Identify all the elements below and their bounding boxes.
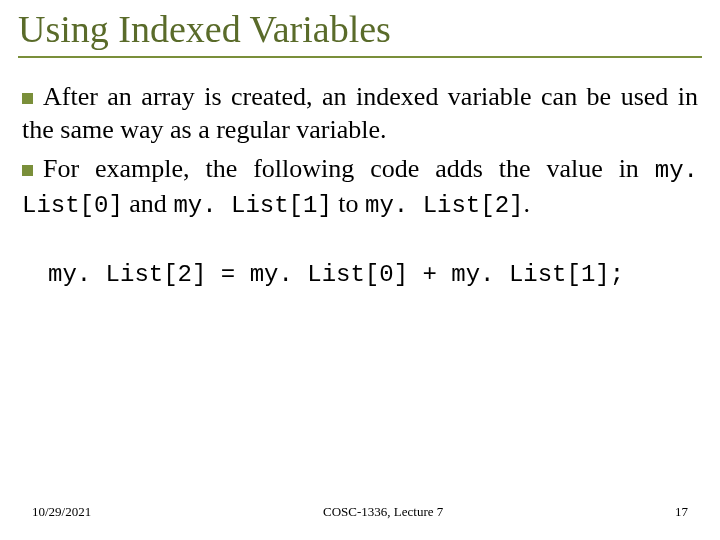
title-wrap: Using Indexed Variables — [18, 8, 702, 58]
para2-mid2: to — [332, 189, 365, 218]
body-text: After an array is created, an indexed va… — [18, 80, 702, 291]
para2-end: . — [523, 189, 530, 218]
paragraph-2: For example, the following code adds the… — [22, 152, 698, 221]
para1-text: After an array is created, an indexed va… — [22, 82, 698, 144]
code-block: my. List[2] = my. List[0] + my. List[1]; — [48, 260, 698, 291]
slide: Using Indexed Variables After an array i… — [0, 0, 720, 540]
para2-pre: For example, the following code adds the… — [43, 154, 655, 183]
footer-center: COSC-1336, Lecture 7 — [323, 504, 443, 520]
para2-mid1: and — [123, 189, 174, 218]
footer-date: 10/29/2021 — [32, 504, 91, 520]
square-bullet-icon — [22, 165, 33, 176]
slide-title: Using Indexed Variables — [18, 8, 702, 52]
footer: 10/29/2021 COSC-1336, Lecture 7 17 — [0, 504, 720, 520]
code-inline-3: my. List[2] — [365, 192, 523, 219]
footer-page: 17 — [675, 504, 688, 520]
code-inline-2: my. List[1] — [173, 192, 331, 219]
square-bullet-icon — [22, 93, 33, 104]
paragraph-1: After an array is created, an indexed va… — [22, 80, 698, 147]
